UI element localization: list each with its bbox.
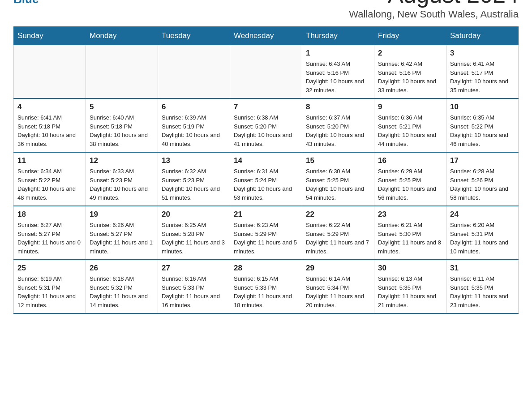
calendar-header-row: SundayMondayTuesdayWednesdayThursdayFrid… — [14, 27, 519, 45]
calendar-cell: 9Sunrise: 6:36 AM Sunset: 5:21 PM Daylig… — [374, 98, 446, 152]
month-year-title: August 2024 — [349, 0, 519, 8]
calendar-cell: 28Sunrise: 6:15 AM Sunset: 5:33 PM Dayli… — [230, 260, 302, 313]
day-number: 6 — [162, 103, 226, 111]
day-info: Sunrise: 6:26 AM Sunset: 5:27 PM Dayligh… — [90, 221, 154, 256]
week-row-4: 18Sunrise: 6:27 AM Sunset: 5:27 PM Dayli… — [14, 206, 519, 260]
calendar-cell: 14Sunrise: 6:31 AM Sunset: 5:24 PM Dayli… — [230, 152, 302, 206]
calendar-cell: 22Sunrise: 6:22 AM Sunset: 5:29 PM Dayli… — [302, 206, 374, 260]
day-number: 21 — [234, 210, 298, 219]
calendar-cell: 1Sunrise: 6:43 AM Sunset: 5:16 PM Daylig… — [302, 45, 374, 99]
day-number: 15 — [306, 156, 370, 165]
week-row-1: 1Sunrise: 6:43 AM Sunset: 5:16 PM Daylig… — [14, 45, 519, 99]
logo-text-blue: Blue — [13, 0, 64, 6]
calendar-cell: 10Sunrise: 6:35 AM Sunset: 5:22 PM Dayli… — [446, 98, 519, 152]
day-number: 16 — [378, 156, 442, 165]
day-info: Sunrise: 6:42 AM Sunset: 5:16 PM Dayligh… — [378, 60, 442, 94]
title-right: August 2024 Wallalong, New South Wales, … — [349, 0, 519, 20]
day-number: 20 — [162, 210, 226, 219]
day-number: 13 — [162, 156, 226, 165]
calendar-cell — [230, 45, 302, 99]
day-info: Sunrise: 6:37 AM Sunset: 5:20 PM Dayligh… — [306, 113, 370, 148]
day-number: 1 — [306, 49, 370, 58]
day-info: Sunrise: 6:22 AM Sunset: 5:29 PM Dayligh… — [306, 221, 370, 256]
calendar-cell: 6Sunrise: 6:39 AM Sunset: 5:19 PM Daylig… — [158, 98, 230, 152]
day-number: 10 — [450, 103, 515, 111]
day-info: Sunrise: 6:41 AM Sunset: 5:17 PM Dayligh… — [450, 60, 515, 94]
day-info: Sunrise: 6:16 AM Sunset: 5:33 PM Dayligh… — [162, 274, 226, 309]
calendar-cell: 20Sunrise: 6:25 AM Sunset: 5:28 PM Dayli… — [158, 206, 230, 260]
day-info: Sunrise: 6:40 AM Sunset: 5:18 PM Dayligh… — [90, 113, 154, 148]
header-saturday: Saturday — [446, 27, 519, 45]
day-info: Sunrise: 6:31 AM Sunset: 5:24 PM Dayligh… — [234, 167, 298, 202]
location-text: Wallalong, New South Wales, Australia — [349, 9, 519, 20]
calendar-cell: 31Sunrise: 6:11 AM Sunset: 5:35 PM Dayli… — [446, 260, 519, 313]
day-info: Sunrise: 6:25 AM Sunset: 5:28 PM Dayligh… — [162, 221, 226, 256]
logo-container: General Blue — [13, 0, 64, 6]
page-header-2: General Blue August 2024 Wallalong, New … — [13, 0, 519, 20]
calendar-cell: 27Sunrise: 6:16 AM Sunset: 5:33 PM Dayli… — [158, 260, 230, 313]
week-row-5: 25Sunrise: 6:19 AM Sunset: 5:31 PM Dayli… — [14, 260, 519, 313]
header-sunday: Sunday — [14, 27, 86, 45]
day-number: 26 — [90, 264, 154, 273]
day-number: 12 — [90, 156, 154, 165]
calendar-cell: 2Sunrise: 6:42 AM Sunset: 5:16 PM Daylig… — [374, 45, 446, 99]
day-number: 7 — [234, 103, 298, 111]
calendar-cell: 11Sunrise: 6:34 AM Sunset: 5:22 PM Dayli… — [14, 152, 86, 206]
day-info: Sunrise: 6:43 AM Sunset: 5:16 PM Dayligh… — [306, 60, 370, 94]
day-number: 28 — [234, 264, 298, 273]
day-info: Sunrise: 6:30 AM Sunset: 5:25 PM Dayligh… — [306, 167, 370, 202]
calendar-cell: 3Sunrise: 6:41 AM Sunset: 5:17 PM Daylig… — [446, 45, 519, 99]
header-tuesday: Tuesday — [158, 27, 230, 45]
header-wednesday: Wednesday — [230, 27, 302, 45]
day-info: Sunrise: 6:35 AM Sunset: 5:22 PM Dayligh… — [450, 113, 515, 148]
day-number: 17 — [450, 156, 515, 165]
week-row-3: 11Sunrise: 6:34 AM Sunset: 5:22 PM Dayli… — [14, 152, 519, 206]
calendar-cell: 21Sunrise: 6:23 AM Sunset: 5:29 PM Dayli… — [230, 206, 302, 260]
day-info: Sunrise: 6:11 AM Sunset: 5:35 PM Dayligh… — [450, 274, 515, 309]
day-info: Sunrise: 6:21 AM Sunset: 5:30 PM Dayligh… — [378, 221, 442, 256]
day-info: Sunrise: 6:28 AM Sunset: 5:26 PM Dayligh… — [450, 167, 515, 202]
calendar-cell: 30Sunrise: 6:13 AM Sunset: 5:35 PM Dayli… — [374, 260, 446, 313]
header-friday: Friday — [374, 27, 446, 45]
day-info: Sunrise: 6:32 AM Sunset: 5:23 PM Dayligh… — [162, 167, 226, 202]
calendar-cell — [14, 45, 86, 99]
calendar-cell: 7Sunrise: 6:38 AM Sunset: 5:20 PM Daylig… — [230, 98, 302, 152]
day-number: 31 — [450, 264, 515, 273]
week-row-2: 4Sunrise: 6:41 AM Sunset: 5:18 PM Daylig… — [14, 98, 519, 152]
calendar-cell: 12Sunrise: 6:33 AM Sunset: 5:23 PM Dayli… — [86, 152, 158, 206]
calendar-cell: 19Sunrise: 6:26 AM Sunset: 5:27 PM Dayli… — [86, 206, 158, 260]
day-number: 2 — [378, 49, 442, 58]
calendar-cell: 13Sunrise: 6:32 AM Sunset: 5:23 PM Dayli… — [158, 152, 230, 206]
day-info: Sunrise: 6:23 AM Sunset: 5:29 PM Dayligh… — [234, 221, 298, 256]
day-info: Sunrise: 6:41 AM Sunset: 5:18 PM Dayligh… — [17, 113, 82, 148]
calendar-cell: 25Sunrise: 6:19 AM Sunset: 5:31 PM Dayli… — [14, 260, 86, 313]
day-info: Sunrise: 6:18 AM Sunset: 5:32 PM Dayligh… — [90, 274, 154, 309]
day-info: Sunrise: 6:27 AM Sunset: 5:27 PM Dayligh… — [17, 221, 82, 256]
day-number: 8 — [306, 103, 370, 111]
day-number: 19 — [90, 210, 154, 219]
day-number: 27 — [162, 264, 226, 273]
day-number: 22 — [306, 210, 370, 219]
calendar-cell: 29Sunrise: 6:14 AM Sunset: 5:34 PM Dayli… — [302, 260, 374, 313]
day-number: 3 — [450, 49, 515, 58]
day-info: Sunrise: 6:15 AM Sunset: 5:33 PM Dayligh… — [234, 274, 298, 309]
day-number: 23 — [378, 210, 442, 219]
day-number: 4 — [17, 103, 82, 111]
header-thursday: Thursday — [302, 27, 374, 45]
calendar-cell: 4Sunrise: 6:41 AM Sunset: 5:18 PM Daylig… — [14, 98, 86, 152]
day-info: Sunrise: 6:29 AM Sunset: 5:25 PM Dayligh… — [378, 167, 442, 202]
day-info: Sunrise: 6:19 AM Sunset: 5:31 PM Dayligh… — [17, 274, 82, 309]
day-number: 30 — [378, 264, 442, 273]
day-number: 14 — [234, 156, 298, 165]
day-number: 29 — [306, 264, 370, 273]
calendar-cell: 5Sunrise: 6:40 AM Sunset: 5:18 PM Daylig… — [86, 98, 158, 152]
header-monday: Monday — [86, 27, 158, 45]
calendar-cell — [86, 45, 158, 99]
day-info: Sunrise: 6:36 AM Sunset: 5:21 PM Dayligh… — [378, 113, 442, 148]
day-number: 9 — [378, 103, 442, 111]
day-info: Sunrise: 6:20 AM Sunset: 5:31 PM Dayligh… — [450, 221, 515, 256]
day-info: Sunrise: 6:39 AM Sunset: 5:19 PM Dayligh… — [162, 113, 226, 148]
calendar-cell: 24Sunrise: 6:20 AM Sunset: 5:31 PM Dayli… — [446, 206, 519, 260]
day-info: Sunrise: 6:13 AM Sunset: 5:35 PM Dayligh… — [378, 274, 442, 309]
day-number: 11 — [17, 156, 82, 165]
